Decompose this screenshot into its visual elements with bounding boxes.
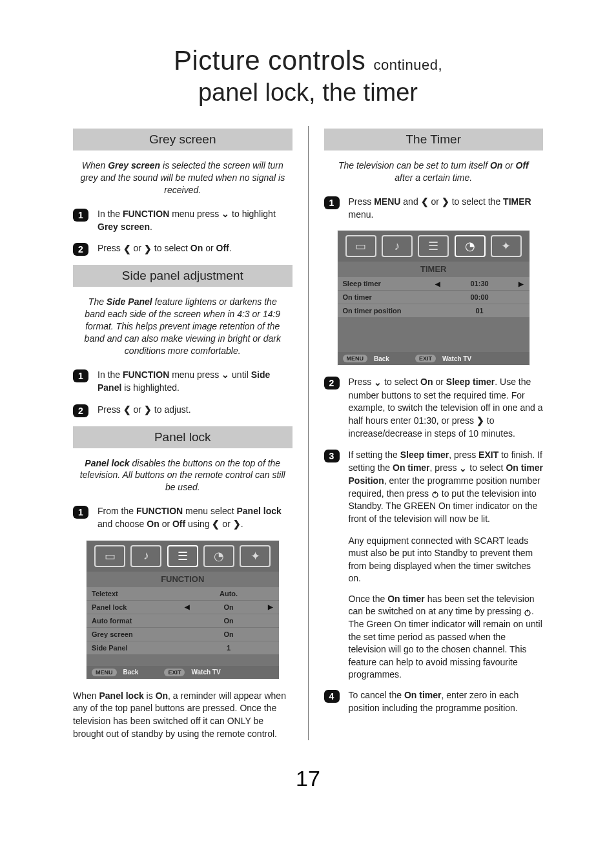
power-icon [431, 490, 439, 498]
title-continued: continued [374, 57, 438, 73]
right-icon: ❯ [442, 196, 449, 209]
osd-timer-menu: ▭ ♪ ☰ ◔ ✦ TIMER Sleep timer◀01:30▶ On ti… [337, 230, 531, 366]
left-icon: ❮ [421, 196, 429, 209]
menu-button-icon: MENU [92, 669, 117, 676]
step-number: 1 [73, 369, 88, 382]
audio-tab-icon: ♪ [130, 545, 161, 567]
section-side-panel: Side panel adjustment [73, 265, 293, 287]
side-step-2: 2 Press ❮ or ❯ to adjust. [73, 404, 293, 417]
panel-lock-note: When Panel lock is On, a reminder will a… [73, 690, 293, 740]
right-icon: ❯ [144, 243, 152, 256]
right-icon: ❯ [233, 518, 241, 531]
step-number: 2 [73, 243, 88, 256]
page-title: Picture controls continued, panel lock, … [0, 45, 616, 107]
step-number: 1 [73, 506, 88, 519]
section-timer: The Timer [324, 129, 544, 151]
right-column: The Timer The television can be set to t… [313, 126, 555, 740]
left-icon: ❮ [123, 404, 131, 417]
osd-row: Auto format◀On▶ [87, 614, 279, 627]
right-icon: ❯ [144, 404, 152, 417]
panel-intro: Panel lock disables the buttons on the t… [78, 457, 287, 494]
osd-tab-icons: ▭ ♪ ☰ ◔ ✦ [87, 541, 279, 572]
section-panel-lock: Panel lock [73, 426, 293, 448]
osd-tab-icons: ▭ ♪ ☰ ◔ ✦ [338, 231, 530, 262]
osd-row: Panel lock◀On▶ [87, 600, 279, 614]
timer-step-1: 1 Press MENU and ❮ or ❯ to select the TI… [324, 196, 544, 222]
osd-title: TIMER [338, 262, 530, 276]
picture-tab-icon: ▭ [94, 545, 125, 567]
page-number: 17 [0, 766, 616, 791]
grey-step-1: 1 In the FUNCTION menu press ⌄ to highli… [73, 208, 293, 234]
osd-row: Teletext◀Auto.▶ [87, 587, 279, 600]
left-column: Grey screen When Grey screen is selected… [61, 126, 304, 740]
left-icon: ❮ [212, 518, 220, 531]
osd-row: Side Panel◀1▶ [87, 641, 279, 654]
step-number: 3 [324, 450, 340, 462]
title-sub: panel lock, the timer [0, 79, 616, 107]
down-icon: ⌄ [221, 208, 229, 221]
side-step-1: 1 In the FUNCTION menu press ⌄ until Sid… [73, 369, 293, 395]
panel-step-1: 1 From the FUNCTION menu select Panel lo… [73, 505, 293, 531]
down-icon: ⌄ [459, 462, 467, 475]
step-number: 2 [324, 377, 340, 389]
timer-para-scart: Any equipment connected with SCART leads… [349, 535, 544, 585]
timer-step-2: 2 Press ⌄ to select On or Sleep timer. U… [324, 376, 544, 440]
osd-row: Grey screen◀On▶ [87, 627, 279, 641]
setup-tab-icon: ✦ [240, 545, 271, 567]
picture-tab-icon: ▭ [345, 235, 376, 257]
setup-tab-icon: ✦ [491, 235, 522, 257]
osd-footer: MENU Back EXIT Watch TV [87, 666, 279, 679]
section-grey-screen: Grey screen [73, 129, 293, 151]
osd-row: Sleep timer◀01:30▶ [338, 276, 530, 290]
exit-button-icon: EXIT [164, 669, 185, 676]
menu-button-icon: MENU [343, 355, 368, 362]
step-number: 4 [324, 690, 340, 703]
osd-row: On timer◀00:00▶ [338, 290, 530, 304]
timer-step-3: 3 If setting the Sleep timer, press EXIT… [324, 449, 544, 525]
step-number: 2 [73, 404, 88, 417]
right-icon: ❯ [477, 415, 484, 428]
down-icon: ⌄ [221, 369, 229, 382]
function-tab-icon: ☰ [167, 545, 198, 567]
osd-row: On timer position◀01▶ [338, 304, 530, 317]
timer-para-on: Once the On timer has been set the telev… [349, 593, 544, 681]
timer-intro: The television can be set to turn itself… [329, 160, 539, 184]
step-number: 1 [324, 196, 340, 209]
title-main: Picture controls [174, 45, 365, 76]
timer-step-4: 4 To cancel the On timer, enter zero in … [324, 689, 544, 714]
osd-footer: MENU Back EXIT Watch TV [338, 352, 530, 365]
grey-intro: When Grey screen is selected the screen … [78, 160, 287, 196]
down-icon: ⌄ [374, 377, 382, 389]
left-icon: ❮ [123, 243, 131, 256]
grey-step-2: 2 Press ❮ or ❯ to select On or Off. [73, 242, 293, 256]
timer-tab-icon: ◔ [203, 545, 234, 567]
column-divider [308, 126, 309, 740]
exit-button-icon: EXIT [415, 355, 436, 362]
power-icon [524, 608, 531, 616]
osd-function-menu: ▭ ♪ ☰ ◔ ✦ FUNCTION Teletext◀Auto.▶ Panel… [86, 540, 280, 680]
step-number: 1 [73, 209, 88, 222]
timer-tab-icon: ◔ [455, 235, 486, 257]
function-tab-icon: ☰ [418, 235, 449, 257]
osd-title: FUNCTION [87, 572, 279, 587]
side-intro: The Side Panel feature lightens or darke… [78, 296, 287, 357]
audio-tab-icon: ♪ [382, 235, 413, 257]
